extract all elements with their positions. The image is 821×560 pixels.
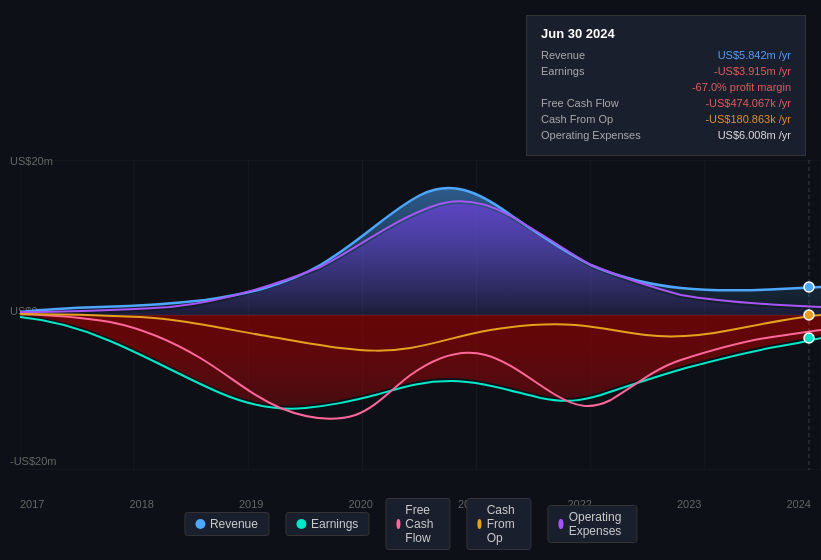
legend: Revenue Earnings Free Cash Flow Cash Fro… <box>184 498 637 550</box>
chart-svg <box>20 160 821 470</box>
tooltip-cfo-label: Cash From Op <box>541 113 661 125</box>
tooltip-earnings-row: Earnings -US$3.915m /yr <box>541 65 791 77</box>
tooltip-fcf-value: -US$474.067k /yr <box>705 97 791 109</box>
legend-opex[interactable]: Operating Expenses <box>547 505 637 543</box>
x-label-2023: 2023 <box>677 498 701 510</box>
tooltip-earnings-value: -US$3.915m /yr <box>714 65 791 77</box>
svg-point-14 <box>804 333 814 343</box>
legend-fcf[interactable]: Free Cash Flow <box>385 498 450 550</box>
legend-cfo-label: Cash From Op <box>487 503 521 545</box>
tooltip-box: Jun 30 2024 Revenue US$5.842m /yr Earnin… <box>526 15 806 156</box>
x-label-2024: 2024 <box>787 498 811 510</box>
chart-container: US$20m US$0 -US$20m <box>0 0 821 560</box>
tooltip-opex-row: Operating Expenses US$6.008m /yr <box>541 129 791 141</box>
svg-point-12 <box>804 282 814 292</box>
legend-cfo-dot <box>477 519 481 529</box>
legend-earnings[interactable]: Earnings <box>285 512 369 536</box>
tooltip-fcf-label: Free Cash Flow <box>541 97 661 109</box>
x-label-2017: 2017 <box>20 498 44 510</box>
tooltip-date: Jun 30 2024 <box>541 26 791 41</box>
svg-point-13 <box>804 310 814 320</box>
x-label-2018: 2018 <box>130 498 154 510</box>
tooltip-revenue-value: US$5.842m /yr <box>718 49 791 61</box>
tooltip-margin-row: -67.0% profit margin <box>541 81 791 93</box>
tooltip-earnings-label: Earnings <box>541 65 661 77</box>
tooltip-revenue-row: Revenue US$5.842m /yr <box>541 49 791 61</box>
legend-earnings-dot <box>296 519 306 529</box>
tooltip-margin-value: -67.0% profit margin <box>692 81 791 93</box>
tooltip-revenue-label: Revenue <box>541 49 661 61</box>
tooltip-opex-value: US$6.008m /yr <box>718 129 791 141</box>
tooltip-fcf-row: Free Cash Flow -US$474.067k /yr <box>541 97 791 109</box>
legend-cfo[interactable]: Cash From Op <box>466 498 531 550</box>
legend-revenue-label: Revenue <box>210 517 258 531</box>
tooltip-cfo-value: -US$180.863k /yr <box>705 113 791 125</box>
legend-revenue[interactable]: Revenue <box>184 512 269 536</box>
legend-fcf-dot <box>396 519 400 529</box>
legend-opex-label: Operating Expenses <box>569 510 626 538</box>
tooltip-cfo-row: Cash From Op -US$180.863k /yr <box>541 113 791 125</box>
legend-opex-dot <box>558 519 563 529</box>
legend-revenue-dot <box>195 519 205 529</box>
tooltip-opex-label: Operating Expenses <box>541 129 661 141</box>
legend-earnings-label: Earnings <box>311 517 358 531</box>
legend-fcf-label: Free Cash Flow <box>405 503 439 545</box>
